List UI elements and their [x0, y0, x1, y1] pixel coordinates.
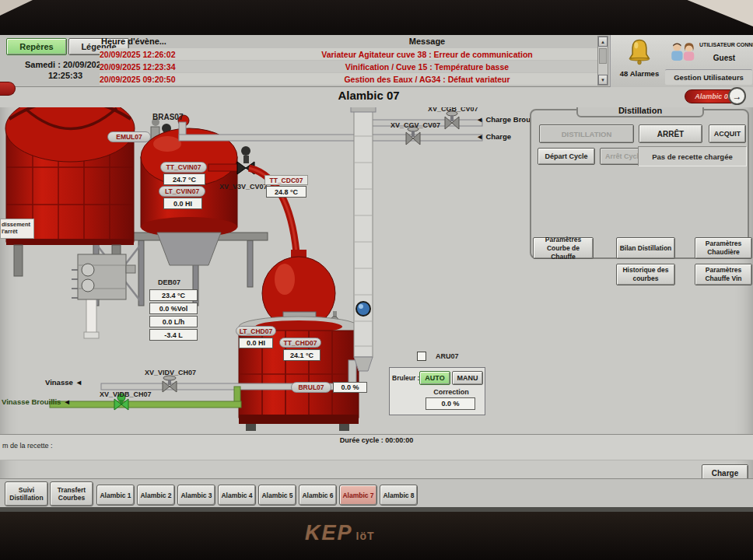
scroll-down-button[interactable]: ▼	[598, 75, 608, 85]
distillation-column	[348, 107, 376, 388]
tt-cdc-value: 24.8 °C	[266, 186, 306, 198]
deb-tag: DEB07	[158, 278, 180, 286]
next-arrow-icon: →	[733, 91, 742, 102]
tab-alambic-5[interactable]: Alambic 5	[258, 485, 296, 506]
tab-alambic-4[interactable]: Alambic 4	[218, 485, 256, 506]
arret-button[interactable]: ARRÊT	[639, 124, 702, 143]
param-courbe-chauffe-button[interactable]: Paramètres Courbe de Chauffe	[533, 237, 594, 259]
alarm-time: 20/09/2025 09:20:50	[100, 75, 257, 84]
vinasse-label: Vinasse	[45, 378, 73, 387]
bell-icon	[625, 37, 654, 68]
vinasse-flow: Vinasse ◄	[45, 378, 82, 387]
xv-cgb-valve	[445, 111, 459, 129]
storage-tank	[5, 89, 135, 276]
cooling-line2: l'arrêt	[2, 228, 33, 235]
user-connected-label: UTILISATEUR CONNECTÉ	[699, 42, 753, 48]
alarm-time: 20/09/2025 12:23:34	[100, 62, 257, 72]
alarm-time-col-header: Heure d'évène...	[101, 37, 166, 46]
burner-manu-button[interactable]: MANU	[452, 371, 483, 385]
cooling-line1: dissement	[2, 221, 33, 228]
tab-transfert-courbes[interactable]: Transfert Courbes	[50, 481, 93, 506]
xv-cgv-valve	[406, 127, 420, 145]
background-wall-corner	[0, 0, 33, 16]
flow-arrow-left-icon: ◄	[75, 378, 82, 387]
emul-tag: EMUL07	[107, 131, 151, 142]
tt-chd-value: 24.1 °C	[283, 349, 320, 361]
wine-transfer-pipe	[208, 146, 297, 262]
deb-vol-value: 0.0 %Vol	[149, 303, 198, 314]
burner-auto-button[interactable]: AUTO	[419, 371, 450, 385]
alarm-row[interactable]: 20/09/2025 12:26:02 Variateur Agitateur …	[100, 48, 597, 60]
vinasse-pipes	[50, 376, 356, 410]
bruleur-label: Bruleur :	[392, 374, 419, 382]
lt-cvin-tag: LT_CVIN07	[159, 186, 205, 197]
tab-alambic-8[interactable]: Alambic 8	[380, 485, 418, 506]
monitor-photo: dissement l'arrêt EMUL07 BRAS07 TT_CVIN0…	[0, 0, 753, 560]
reperes-button[interactable]: Repères	[6, 38, 67, 55]
tab-alambic-2[interactable]: Alambic 2	[137, 485, 175, 506]
tab-alambic-3[interactable]: Alambic 3	[177, 485, 215, 506]
bras-tag: BRAS07	[152, 113, 183, 121]
navigation-tab-bar: Suivi Distillation Transfert Courbes Ala…	[0, 478, 753, 507]
lt-cvin-value: 0.0 HI	[163, 198, 202, 209]
scroll-up-button[interactable]: ▲	[598, 37, 608, 47]
alarm-message: Variateur Agitateur cuve 38 : Erreur de …	[257, 50, 597, 59]
flow-arrow-left-icon: ◄	[63, 397, 70, 406]
vinasse-brouillis-label: Vinasse Brouillis	[2, 397, 61, 406]
aru-tag: ARU07	[436, 352, 459, 360]
brand-sub: IöT	[356, 530, 375, 542]
cooling-status-label: dissement l'arrêt	[0, 219, 34, 239]
alarm-count-label: 48 Alarmes	[614, 69, 665, 78]
users-avatar-icon	[668, 40, 698, 62]
brul-value: 0.0 %	[333, 382, 367, 393]
tt-cvin-value: 24.7 °C	[163, 173, 205, 185]
deb-flow-value: 0.0 L/h	[149, 316, 198, 327]
bilan-distillation-button[interactable]: Bilan Distillation	[616, 237, 675, 259]
distillation-button[interactable]: DISTILLATION	[539, 124, 634, 143]
acquit-button[interactable]: ACQUIT	[709, 124, 746, 143]
xv-vidv-valve	[163, 376, 177, 392]
alarm-message-col-header: Message	[257, 37, 597, 46]
alarm-time: 20/09/2025 12:26:02	[100, 50, 257, 59]
xv-cgv-tag: XV_CGV_CV07	[391, 121, 440, 129]
duree-cycle-label: Durée cycle : 00:00:00	[299, 436, 454, 444]
aru-checkbox[interactable]	[417, 352, 426, 361]
tab-alambic-6[interactable]: Alambic 6	[299, 485, 337, 506]
alarm-banner: Repères Légende Samedi : 20/09/2025 12:2…	[0, 35, 753, 87]
burner-panel: Bruleur : AUTO MANU Correction 0.0 %	[389, 367, 485, 415]
correction-value: 0.0 %	[426, 397, 475, 410]
page-title: Alambic 07	[291, 89, 447, 102]
recette-label: m de la recette :	[2, 442, 53, 450]
tab-suivi-distillation[interactable]: Suivi Distillation	[5, 481, 48, 506]
user-name: Guest	[699, 54, 749, 62]
xv-vidv-tag: XV_VIDV_CH07	[145, 369, 196, 376]
alambic-prev-button-partial[interactable]	[0, 82, 16, 96]
alarm-row[interactable]: 20/09/2025 09:20:50 Gestion des Eaux / A…	[100, 73, 597, 85]
flow-arrow-left-icon: ◄	[476, 115, 483, 124]
tt-cdc-tag: TT_CDC07	[264, 175, 308, 185]
historique-courbes-button[interactable]: Historique des courbes	[616, 264, 675, 285]
param-chaudiere-button[interactable]: Paramètres Chaudière	[695, 237, 752, 259]
distillation-panel: Distillation DISTILLATION ARRÊT ACQUIT D…	[530, 109, 749, 259]
alarm-scrollbar[interactable]: ▲ ▼	[597, 36, 608, 86]
monitor-bezel-bottom: KEP IöT	[0, 512, 753, 560]
alarm-bell-button[interactable]: 48 Alarmes	[614, 36, 665, 86]
correction-label: Correction	[419, 388, 483, 396]
drain-pipe	[84, 265, 99, 338]
tt-chd-tag: TT_CHD07	[279, 338, 321, 348]
user-management-button[interactable]: Gestion Utilisateurs	[665, 69, 752, 85]
next-arrow-button[interactable]: →	[728, 87, 746, 105]
param-chauffe-vin-button[interactable]: Paramètres Chauffe Vin	[695, 264, 752, 285]
monitor-brand-logo: KEP IöT	[305, 521, 375, 545]
tab-alambic-7[interactable]: Alambic 7	[339, 485, 377, 506]
vinasse-brouillis-flow: Vinasse Brouillis ◄	[2, 397, 71, 406]
charge-label: Charge	[485, 132, 511, 141]
lt-chd-tag: LT_CHD07	[236, 326, 276, 336]
tab-alambic-1[interactable]: Alambic 1	[96, 485, 135, 506]
xv-v3v-tag: XV_V3V_CV07	[219, 183, 268, 191]
monitor-bezel-top	[0, 0, 753, 35]
alarm-row[interactable]: 20/09/2025 12:23:34 Vinification / Cuve …	[100, 61, 597, 72]
scrollbar-thumb[interactable]	[599, 48, 607, 64]
depart-cycle-button[interactable]: Départ Cycle	[538, 148, 595, 165]
title-bar: Alambic 07 Alambic 08 →	[0, 87, 753, 107]
